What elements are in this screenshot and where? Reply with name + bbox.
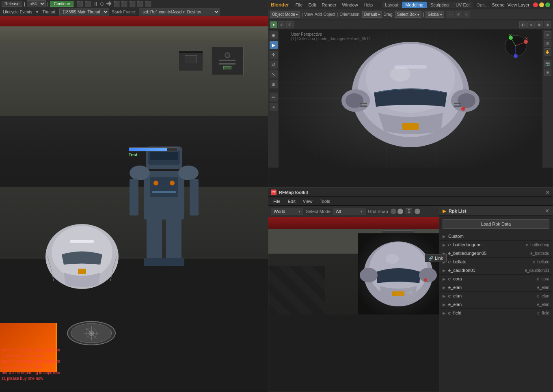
rpk-item-field[interactable]: ▶ e_field e_field: [439, 309, 553, 317]
svg-point-25: [89, 331, 94, 336]
object-label[interactable]: Object: [324, 12, 335, 17]
continue-button[interactable]: Continue: [50, 1, 73, 7]
viewport-shading-solid[interactable]: ●: [270, 21, 277, 28]
cursor-tool[interactable]: ⊕: [270, 31, 278, 39]
s-toggle[interactable]: S: [406, 208, 413, 214]
arch-select[interactable]: x64: [27, 0, 46, 7]
select-tool[interactable]: ▶: [270, 41, 278, 49]
nav-icons-left: ● ◎ ⊞: [270, 21, 294, 28]
rpk-close-btn[interactable]: ✕: [545, 208, 549, 214]
svg-text:Y: Y: [509, 34, 512, 38]
svg-point-12: [130, 166, 150, 180]
load-rpk-data-btn[interactable]: Load Rpk Data: [443, 219, 549, 229]
viewport-shading-wire[interactable]: ◎: [278, 21, 285, 28]
blender-menu-render[interactable]: Render: [319, 2, 339, 8]
rpk-item-battledungeon[interactable]: ▶ e_battledungeon e_battledung: [439, 241, 553, 249]
drag-dropdown[interactable]: Select Box: [395, 11, 421, 18]
rfmap-close-btn[interactable]: ✕: [545, 189, 550, 196]
blender-menu-window[interactable]: Window: [339, 2, 360, 8]
scale-tool[interactable]: ⤡: [270, 70, 278, 78]
scene-selector[interactable]: Scene: [492, 2, 505, 7]
measure-tool[interactable]: ⌖: [270, 103, 278, 111]
add-label[interactable]: Add: [315, 12, 322, 17]
hp-bar-area: Test: [129, 147, 177, 157]
tab-layout[interactable]: Layout: [382, 2, 402, 8]
scale-icon[interactable]: ⤡: [463, 11, 470, 18]
rfmap-menu-file[interactable]: File: [270, 198, 284, 205]
chat-line-4: her will be departing in approxim: [2, 370, 80, 376]
panel-strip: [382, 230, 414, 231]
right-toolbar: ⊕ ⊞ ✋ 📷 ◉: [542, 30, 553, 168]
rpk-item-bellato[interactable]: ▶ e_bellato e_bellato: [439, 258, 553, 266]
view-label[interactable]: View: [304, 12, 313, 17]
blender-menu-file[interactable]: File: [293, 2, 305, 8]
global-dropdown[interactable]: Global: [426, 11, 444, 18]
rotate-icon[interactable]: ↺: [455, 11, 462, 18]
zoom-btn[interactable]: ⊞: [544, 40, 551, 47]
lifecycle-events[interactable]: Lifecycle Events: [2, 10, 33, 14]
rfmap-minimize-btn[interactable]: —: [538, 189, 544, 196]
toggle-dot-1[interactable]: [391, 209, 396, 214]
rfmap-menu-view[interactable]: View: [300, 198, 316, 205]
rpk-item-cora[interactable]: ▶ e_cora e_cora: [439, 275, 553, 283]
toggle-dot-3[interactable]: [415, 209, 420, 214]
tab-uv-editor[interactable]: UV Edi: [452, 2, 473, 8]
transform-tool[interactable]: ⊞: [270, 80, 278, 88]
move-tool[interactable]: ✛: [270, 51, 278, 59]
tab-modeling[interactable]: Modeling: [402, 2, 427, 8]
rpk-item-elan-2[interactable]: ▶ e_elan e_elan: [439, 292, 553, 300]
object-mode-dropdown[interactable]: Object Mode: [270, 11, 300, 18]
rfmap-menu-tools[interactable]: Tools: [316, 198, 333, 205]
world-dropdown[interactable]: World: [271, 208, 303, 215]
game-viewport: Test her will be departing in approxim s…: [0, 16, 268, 390]
svg-rect-19: [164, 258, 184, 266]
rendered-mode[interactable]: ◉: [536, 21, 543, 28]
rpk-item-custom[interactable]: ▶ Custom: [439, 232, 553, 241]
rpk-item-cauldron[interactable]: ▶ e_cauldron01 e_cauldron01: [439, 266, 553, 275]
camera-btn[interactable]: 📷: [544, 60, 551, 67]
move-icon[interactable]: ↔: [447, 11, 454, 18]
svg-rect-42: [360, 103, 367, 104]
annotate-tool[interactable]: ✏: [270, 93, 278, 101]
rpk-list-panel: ▶ Rpk List ✕ Load Rpk Data ▶ Custom ▶ e_…: [439, 206, 553, 392]
toggle-dot-2[interactable]: [397, 209, 403, 214]
blender-3d-viewport: ⊕ ▶ ✛ ↺ ⤡ ⊞ ✏ ⌖ ⊕ ⊞ ✋ 📷 ◉: [268, 30, 553, 168]
xray-toggle[interactable]: ◧: [519, 21, 527, 28]
rpk-arrow-4: ▶: [443, 268, 446, 273]
blender-menu-help[interactable]: Help: [361, 2, 376, 8]
rpk-item-elan-3[interactable]: ▶ e_elan e_elan: [439, 300, 553, 309]
chat-line-5: st, please buy one now: [2, 376, 80, 381]
svg-point-47: [461, 107, 465, 111]
stack-select[interactable]: std::Ref_count<IAsset>_Destroy: [139, 9, 220, 15]
blender-menu-bar: Blender File Edit Render Window Help Lay…: [268, 0, 553, 9]
svg-text:X: X: [525, 36, 528, 41]
rpk-id-4: e_cauldron01: [525, 268, 549, 273]
rfmap-menu-edit[interactable]: Edit: [285, 198, 299, 205]
hp-bar-outer: [129, 147, 177, 151]
blender-menu-edit[interactable]: Edit: [306, 2, 318, 8]
rotate-tool[interactable]: ↺: [270, 60, 278, 69]
select-mode-dropdown[interactable]: All: [333, 208, 365, 215]
svg-rect-15: [190, 179, 199, 215]
viewport-overlay[interactable]: ⊞: [286, 21, 294, 28]
view-all-btn[interactable]: ⊕: [544, 31, 551, 39]
robot-svg: [107, 110, 221, 353]
render-preview[interactable]: ◈: [527, 21, 535, 28]
material-preview[interactable]: ◑: [544, 21, 551, 28]
rpk-name-5: e_cora: [448, 276, 534, 281]
rpk-arrow-5: ▶: [443, 277, 446, 281]
rfmap-menu-bar: File Edit View Tools: [268, 197, 553, 206]
render-btn[interactable]: ◉: [544, 69, 551, 76]
tab-sculpting[interactable]: Sculpting: [427, 2, 452, 8]
rpk-arrow-8: ▶: [443, 302, 446, 307]
orientation-dropdown[interactable]: Default: [362, 11, 382, 18]
svg-rect-3: [78, 269, 86, 274]
rpk-item-elan-1[interactable]: ▶ e_elan e_elan: [439, 283, 553, 292]
game-toolbar-row1: Release | x64 | Continue ⬛ ⬛ ⏸ ⟳ ➜ ⬛ ⬛ ⬛…: [0, 0, 268, 8]
release-button[interactable]: Release: [2, 1, 22, 7]
rpk-item-battledungeon05[interactable]: ▶ e_battledungeon05 e_battledu: [439, 249, 553, 258]
thread-select[interactable]: [18388] Main Thread: [59, 9, 109, 15]
pan-btn[interactable]: ✋: [544, 48, 551, 56]
view-layer-selector[interactable]: View Layer: [508, 2, 529, 7]
rpk-name-9: e_field: [448, 310, 535, 315]
